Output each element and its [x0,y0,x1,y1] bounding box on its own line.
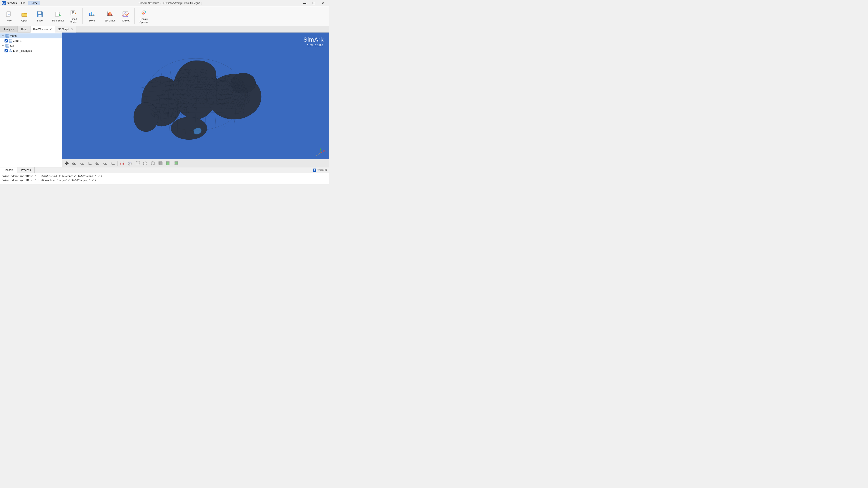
sidebar-tab-analysis[interactable]: Analysis [0,26,18,33]
view-yx[interactable]: x y [79,160,86,166]
elem-triangles-checkbox[interactable] [4,49,8,53]
app-logo-icon [2,1,6,5]
svg-rect-22 [89,13,90,15]
svg-point-35 [142,13,143,14]
3d-plot-button[interactable]: 3D Plot [118,7,133,25]
mesh-visualization [117,38,275,151]
svg-point-112 [121,164,121,165]
view-dots[interactable] [119,160,126,166]
svg-point-114 [123,164,124,165]
view-face-right[interactable] [172,160,180,166]
svg-text:x: x [80,162,81,164]
svg-rect-137 [175,162,178,164]
svg-marker-53 [9,50,12,52]
export-script-icon [69,8,78,17]
svg-marker-75 [320,149,321,150]
view-front[interactable] [142,160,149,166]
view-zx[interactable]: z x [86,160,93,166]
svg-point-106 [121,162,121,162]
console-line2: MainWindow.impartMesh(" E:/Geometry/S1.c… [2,178,327,182]
sidebar-tab-post[interactable]: Post [18,26,31,33]
svg-rect-123 [152,162,155,165]
solve-icon [88,10,96,18]
svg-rect-128 [159,162,162,165]
save-label: Save [37,19,42,22]
tree-elem-triangles[interactable]: Elem_Triangles [0,48,62,53]
svg-text:x: x [89,162,90,164]
svg-text:z: z [88,162,89,164]
console-tab-bar: Console Process 舟 数舟科技 [0,167,329,173]
svg-text:y: y [105,162,105,164]
svg-point-111 [123,163,124,164]
svg-rect-11 [39,15,41,17]
tree-zone1[interactable]: Zone 1 [0,38,62,43]
svg-rect-26 [107,13,109,15]
new-icon [5,10,13,18]
tree-mesh[interactable]: ▼ Mesh [0,33,62,38]
tab-3dgraph[interactable]: 3D Graph ✕ [55,26,76,33]
view-isometric1[interactable] [126,160,133,166]
export-script-button[interactable]: Export Script [66,7,81,25]
solve-button[interactable]: Solve [85,7,99,25]
title-bar: SimArk File Home SimArk Structure - [ E:… [0,0,329,6]
view-xz[interactable]: x z [94,160,101,166]
svg-marker-16 [59,14,61,16]
menu-file[interactable]: File [19,1,28,5]
display-options-button[interactable]: Display Options [136,7,151,25]
view-xy[interactable]: y x [71,160,78,166]
view-solid-box[interactable] [157,160,164,166]
view-yz[interactable]: y z [109,160,116,166]
tree-set[interactable]: ▼ Set [0,43,62,48]
svg-text:舟: 舟 [313,169,316,171]
minimize-button[interactable]: — [300,0,309,6]
mesh-container [62,33,329,156]
mesh-icon [5,34,9,38]
svg-marker-81 [68,163,68,164]
run-script-button[interactable]: Run Script [51,7,65,25]
close-button[interactable]: ✕ [318,0,327,6]
console-tab-console[interactable]: Console [0,167,18,173]
view-isometric2[interactable] [134,160,141,166]
view-zy[interactable]: z y [101,160,109,166]
svg-line-54 [10,50,10,51]
console-tab-process[interactable]: Process [18,167,35,173]
svg-point-36 [145,11,146,12]
view-face-left[interactable] [164,160,172,166]
tab-prewindow[interactable]: Pre-Window ✕ [31,26,55,33]
menu-home[interactable]: Home [28,1,40,5]
new-button[interactable]: New [2,7,16,25]
elem-triangles-icon [8,49,12,53]
console-line1: MainWindow.impartMesh(" E:/SimArk/wallfi… [2,174,327,178]
svg-point-37 [143,13,145,15]
set-chevron[interactable]: ▼ [2,45,4,47]
svg-point-32 [122,15,123,15]
svg-rect-24 [93,14,94,15]
app-name-label: SimArk [7,1,17,5]
display-options-label: Display Options [137,18,150,24]
open-button[interactable]: Open [17,7,32,25]
save-button[interactable]: Save [33,7,47,25]
view-btn-handle[interactable] [63,160,70,166]
view-wireframe-box[interactable] [149,160,156,166]
mesh-chevron[interactable]: ▼ [2,35,4,37]
zone1-checkbox[interactable] [4,39,8,42]
zone1-icon [8,39,12,43]
viewport[interactable]: SimArk Structure [62,33,329,167]
elem-triangles-label: Elem_Triangles [13,49,60,53]
console-panel: Console Process 舟 数舟科技 MainWindow.impart… [0,167,329,184]
svg-point-64 [171,117,207,140]
tab-prewindow-label: Pre-Window [33,28,48,31]
sep2 [83,8,83,24]
3d-plot-icon [121,10,129,18]
restore-button[interactable]: ❐ [309,0,318,6]
svg-text:z: z [97,162,98,164]
tab-3dgraph-close[interactable]: ✕ [71,28,73,31]
2d-graph-button[interactable]: 2D Graph [103,7,117,25]
mesh-label: Mesh [10,34,60,37]
tab-3dgraph-label: 3D Graph [58,28,69,31]
tab-prewindow-close[interactable]: ✕ [49,28,52,31]
toolbar-sep [117,161,118,166]
export-script-label: Export Script [67,18,80,24]
svg-point-109 [121,163,121,164]
svg-line-67 [316,153,320,156]
